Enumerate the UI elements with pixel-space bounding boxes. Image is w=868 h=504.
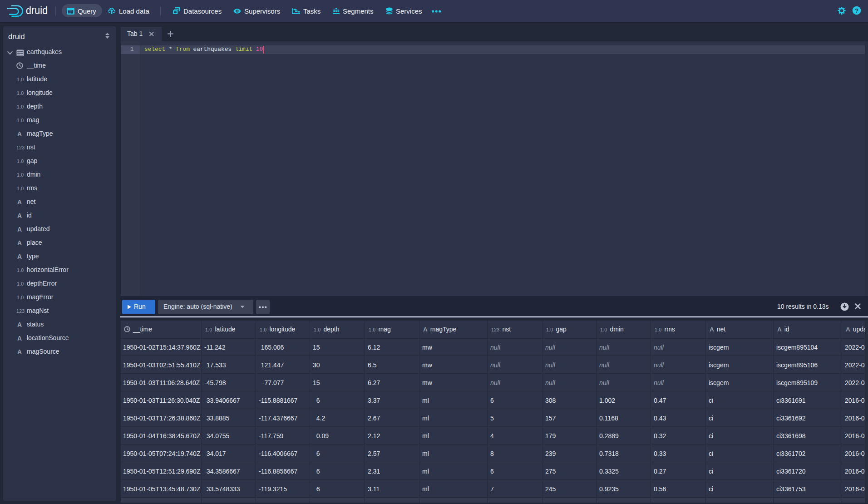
svg-text:?: ?: [855, 7, 858, 14]
